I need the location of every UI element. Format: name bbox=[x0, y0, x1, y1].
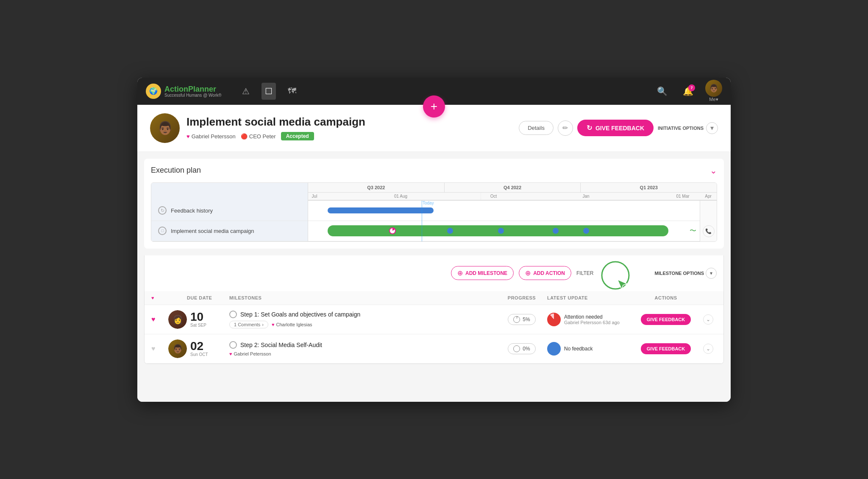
milestone-options-text: MILESTONE OPTIONS bbox=[654, 271, 704, 276]
month-jan-label: Jan bbox=[506, 193, 666, 200]
row-1-actions: GIVE FEEDBACK bbox=[632, 314, 700, 325]
initiative-options-label: INITIATIVE OPTIONS bbox=[658, 126, 704, 131]
initiative-info: Implement social media campaign ♥ Gabrie… bbox=[186, 115, 512, 140]
user-menu-label[interactable]: Me▾ bbox=[709, 97, 718, 102]
execution-plan-header: Execution plan ⌄ bbox=[151, 165, 717, 176]
row-2-expand-button[interactable]: ⌄ bbox=[703, 344, 713, 354]
search-nav-button[interactable]: 🔍 bbox=[654, 83, 671, 100]
gantt-chart: Q3 2022 Q4 2022 Q1 2023 Jul 01 Aug Oct bbox=[151, 182, 717, 242]
execution-plan-collapse-button[interactable]: ⌄ bbox=[710, 165, 717, 176]
sponsor-arrow-icon: 🔴 bbox=[241, 133, 248, 140]
row-2-heart-icon: ♥ bbox=[151, 345, 156, 353]
row-2-favorite: ♥ bbox=[151, 345, 168, 353]
row-2-update: No feedback bbox=[547, 342, 632, 356]
app-name-action: Action bbox=[164, 85, 188, 93]
fav-heart-icon: ♥ bbox=[151, 295, 154, 300]
table-row: ♥ 👨🏾 02 Sun OCT Step 2: Social Media Sel… bbox=[145, 334, 723, 364]
feedback-history-bar bbox=[328, 207, 433, 213]
row-1-progress-badge: 5% bbox=[508, 314, 535, 325]
row-1-comments-arrow: › bbox=[262, 322, 264, 327]
initiative-options-dropdown[interactable]: ▾ bbox=[706, 122, 718, 134]
row-1-milestone: Step 1: Set Goals and objectives of camp… bbox=[224, 311, 496, 328]
row-2-progress-icon bbox=[513, 345, 520, 352]
month-apr-label: Apr bbox=[700, 193, 717, 200]
milestone-options-group: MILESTONE OPTIONS ▾ bbox=[654, 268, 717, 279]
gantt-bar-row-feedback bbox=[308, 201, 700, 221]
feedback-refresh-icon: ↻ bbox=[587, 124, 592, 132]
row-1-date: 10 Sat SEP bbox=[190, 311, 224, 328]
user-avatar-nav[interactable]: 👨🏾 bbox=[705, 80, 722, 97]
row-2-expand: ⌄ bbox=[700, 344, 717, 354]
milestone-options-dropdown[interactable]: ▾ bbox=[706, 268, 717, 279]
row-1-avatar: 👩 bbox=[168, 310, 187, 329]
app-name-planner: Planner bbox=[188, 85, 216, 93]
row-1-radio[interactable] bbox=[229, 311, 237, 318]
row-1-expand-button[interactable]: ⌄ bbox=[703, 314, 713, 325]
milestones-table: ♥ DUE DATE MILESTONES PROGRESS LATEST UP… bbox=[144, 291, 724, 364]
today-line: Today bbox=[422, 201, 422, 241]
milestone-dot-2 bbox=[498, 228, 504, 234]
add-action-label: ADD ACTION bbox=[533, 270, 565, 276]
logo-icon: 🌍 bbox=[146, 84, 161, 99]
row-1-assignee-name: Charlotte Iglesias bbox=[276, 322, 312, 327]
initiative-checkbox-icon: ☐ bbox=[158, 227, 167, 235]
map-nav-button[interactable]: 🗺 bbox=[284, 83, 300, 99]
give-feedback-header-button[interactable]: ↻ GIVE FEEDBACK bbox=[577, 120, 654, 136]
month-aug-label: 01 Aug bbox=[321, 193, 481, 200]
phone-button[interactable]: 📞 bbox=[703, 225, 715, 237]
row-1-assignee: ♥ Charlotte Iglesias bbox=[272, 322, 312, 327]
fab-plus-icon: + bbox=[431, 101, 437, 112]
edit-button[interactable]: ✏ bbox=[558, 120, 573, 136]
notification-badge: 7 bbox=[688, 84, 695, 91]
row-1-progress-value: 5% bbox=[523, 317, 530, 322]
speed-gauge-icon: 〜 bbox=[690, 227, 696, 235]
row-2-assignee-heart-icon: ♥ bbox=[229, 351, 232, 356]
cursor-animation bbox=[598, 261, 649, 286]
row-1-expand: ⌄ bbox=[700, 314, 717, 325]
row-2-radio[interactable] bbox=[229, 341, 237, 349]
execution-plan-section: Execution plan ⌄ Q3 2022 Q4 2022 Q1 2023 bbox=[144, 159, 724, 249]
avatar-image: 👨🏾 bbox=[705, 80, 722, 97]
row-1-update-content: Attention needed Gabriel Petersson 63d a… bbox=[547, 313, 632, 326]
add-milestone-button[interactable]: ⊕ ADD MILESTONE bbox=[451, 266, 514, 280]
row-1-assignee-heart-icon: ♥ bbox=[272, 322, 275, 327]
cursor-circle-svg bbox=[598, 261, 641, 294]
app-tagline: Successful Humans @ Work® bbox=[164, 93, 222, 98]
notification-nav-button[interactable]: 🔔 7 bbox=[679, 83, 697, 100]
alert-nav-button[interactable]: ⚠ bbox=[239, 83, 253, 100]
row-1-update-status: Attention needed bbox=[564, 314, 620, 320]
row-2-avatar: 👨🏾 bbox=[168, 339, 187, 358]
app-logo[interactable]: 🌍 ActionPlanner Successful Humans @ Work… bbox=[146, 84, 222, 99]
square-nav-button[interactable]: ☐ bbox=[262, 83, 276, 100]
initiative-row-label: Implement social media campaign bbox=[171, 228, 254, 234]
row-2-give-feedback-button[interactable]: GIVE FEEDBACK bbox=[641, 343, 691, 354]
row-1-update-by: Gabriel Petersson 63d ago bbox=[564, 320, 620, 325]
row-1-heart-icon: ♥ bbox=[151, 316, 156, 323]
month-oct-label: Oct bbox=[481, 193, 506, 200]
fab-add-button[interactable]: + bbox=[423, 95, 445, 118]
month-jul-label: Jul bbox=[308, 193, 321, 200]
feedback-history-icon: ↻ bbox=[158, 206, 167, 215]
row-2-date: 02 Sun OCT bbox=[190, 340, 224, 357]
row-1-comments-tag[interactable]: 1 Comments › bbox=[229, 321, 268, 328]
table-row: ♥ 👩 10 Sat SEP Step 1: Set Goals and obj… bbox=[145, 305, 723, 334]
row-1-milestone-text: Step 1: Set Goals and objectives of camp… bbox=[240, 311, 360, 318]
row-1-give-feedback-button[interactable]: GIVE FEEDBACK bbox=[641, 314, 691, 325]
row-1-avatar-image: 👩 bbox=[168, 310, 187, 329]
row-1-update: Attention needed Gabriel Petersson 63d a… bbox=[547, 313, 632, 326]
row-2-tags: ♥ Gabriel Petersson bbox=[229, 351, 491, 356]
top-navigation: 🌍 ActionPlanner Successful Humans @ Work… bbox=[137, 78, 731, 105]
initiative-bar bbox=[328, 225, 668, 236]
add-action-button[interactable]: ⊕ ADD ACTION bbox=[519, 266, 571, 280]
details-button[interactable]: Details bbox=[519, 121, 554, 135]
initiative-title: Implement social media campaign bbox=[186, 115, 512, 129]
gantt-row-initiative: ☐ Implement social media campaign bbox=[151, 221, 308, 241]
th-actions: ACTIONS bbox=[632, 295, 700, 300]
filter-button[interactable]: FILTER bbox=[576, 270, 593, 276]
row-2-progress-badge: 0% bbox=[508, 343, 535, 354]
initiative-status-badge: Accepted bbox=[281, 132, 314, 140]
progress-pie bbox=[389, 227, 396, 234]
execution-plan-title: Execution plan bbox=[151, 166, 201, 175]
row-2-day-label: Sun OCT bbox=[190, 352, 224, 357]
sponsor-name: CEO Peter bbox=[249, 133, 276, 140]
